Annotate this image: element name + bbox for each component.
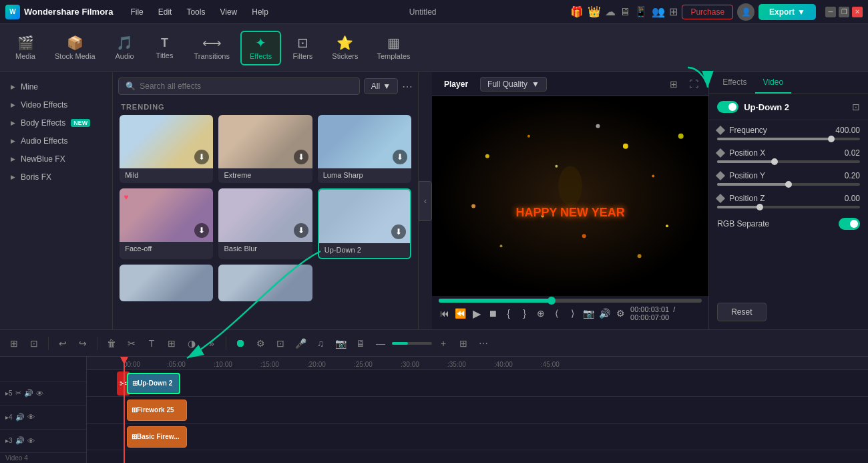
effect-card-partial1[interactable] [120,265,213,301]
tl-more2-icon[interactable]: ⋯ [475,335,492,352]
track3-audio-icon[interactable]: 🔊 [15,436,25,445]
position-y-keyframe-icon[interactable] [716,171,725,180]
tl-plus-icon[interactable]: + [435,335,452,352]
toolbar-media[interactable]: 🎬 Media [7,32,44,64]
track5-audio-icon[interactable]: 🔊 [24,389,33,398]
tl-undo-icon[interactable]: ↩ [54,335,71,352]
settings-icon[interactable]: ⚙ [614,306,626,321]
rgb-toggle[interactable] [839,218,860,230]
tl-text-icon[interactable]: T [143,335,160,352]
tl-screen-icon[interactable]: 🖥 [352,335,369,352]
effect-card-extreme[interactable]: ⬇ Extreme [218,115,312,183]
effect-card-partial2[interactable] [218,265,312,301]
toolbar-stock-media[interactable]: 📦 Stock Media [47,32,103,64]
position-z-keyframe-icon[interactable] [716,194,725,203]
effect-card-mild[interactable]: ⬇ Mild [120,115,213,183]
tl-color-icon[interactable]: ◑ [183,335,200,352]
nav-body-effects[interactable]: ▶ Body Effects NEW [3,114,110,132]
nav-boris-fx[interactable]: ▶ Boris FX [3,168,110,186]
search-box[interactable]: 🔍 [118,78,360,95]
effect-card-faceoff[interactable]: ♥ ⬇ Face-off [120,188,213,259]
snapshot-icon[interactable]: 📷 [582,306,594,321]
tl-settings2-icon[interactable]: ⚙ [252,335,269,352]
next-mark-icon[interactable]: ⟩ [566,306,578,321]
menu-file[interactable]: File [124,5,150,19]
toolbar-templates[interactable]: ▦ Templates [369,32,418,64]
track5-eye-icon[interactable]: 👁 [36,390,43,398]
grid-view-icon[interactable]: ⊞ [666,76,682,92]
maximize-button[interactable]: ❐ [839,7,849,17]
position-x-keyframe-icon[interactable] [716,148,725,158]
menu-tools[interactable]: Tools [180,5,212,19]
export-button[interactable]: Export ▼ [758,4,816,20]
toolbar-transitions[interactable]: ⟷ Transitions [186,32,238,64]
reset-button[interactable]: Reset [717,303,766,321]
tl-camera-icon[interactable]: 📷 [332,335,349,352]
frequency-slider[interactable] [717,138,860,140]
menu-view[interactable]: View [213,5,244,19]
frame-back-icon[interactable]: ⏪ [455,306,467,321]
nav-video-effects[interactable]: ▶ Video Effects [3,96,110,114]
position-x-thumb[interactable] [771,158,778,165]
skip-back-icon[interactable]: ⏮ [439,306,451,321]
effect-card-updown2[interactable]: ⬇ Up-Down 2 [318,188,411,259]
tl-record-icon[interactable]: ⏺ [232,335,249,352]
nav-audio-effects[interactable]: ▶ Audio Effects [3,132,110,150]
tl-cut-icon[interactable]: ✂ [123,335,140,352]
position-y-slider[interactable] [717,183,860,186]
stop-icon[interactable]: ⏹ [487,306,499,321]
toolbar-effects[interactable]: ✦ Effects [240,31,281,65]
toolbar-filters[interactable]: ⊡ Filters [284,32,321,64]
fullscreen-icon[interactable]: ⛶ [686,76,702,92]
tl-layout-icon[interactable]: ⊞ [455,335,472,352]
tab-effects[interactable]: Effects [714,72,754,94]
effect-card-luma-sharp[interactable]: ⬇ Luma Sharp [318,115,411,183]
position-x-slider[interactable] [717,160,860,163]
track4-eye-icon[interactable]: 👁 [27,413,35,421]
collapse-button[interactable]: ‹ [419,181,432,221]
volume-icon[interactable]: 🔊 [598,306,610,321]
menu-help[interactable]: Help [245,5,275,19]
mark-in-icon[interactable]: { [503,306,515,321]
toolbar-titles[interactable]: T Titles [146,33,184,63]
toolbar-stickers[interactable]: ⭐ Stickers [324,32,366,64]
clip-updown2[interactable]: ⊞ Up-Down 2 [127,373,180,394]
tl-scene-detect-icon[interactable]: ⊞ [5,335,23,352]
tl-more-icon[interactable]: » [203,335,220,352]
menu-edit[interactable]: Edit [152,5,179,19]
position-y-thumb[interactable] [785,181,792,188]
add-mark-icon[interactable]: ⊕ [535,306,547,321]
toolbar-audio[interactable]: 🎵 Audio [106,32,144,64]
tl-audio-icon[interactable]: ♫ [312,335,329,352]
progress-bar[interactable] [439,299,702,303]
track5-cut-icon[interactable]: ✂ [15,389,21,398]
tl-mask-icon[interactable]: ⊡ [272,335,289,352]
search-input[interactable] [140,82,353,91]
frequency-thumb[interactable] [828,136,835,142]
minimize-button[interactable]: ─ [825,7,836,17]
zoom-slider[interactable] [392,342,432,345]
playhead[interactable] [124,357,125,463]
tab-video[interactable]: Video [755,72,791,94]
tl-redo-icon[interactable]: ↪ [74,335,91,352]
play-icon[interactable]: ▶ [471,306,483,321]
progress-thumb[interactable] [548,297,556,305]
clip-basic-firework[interactable]: ⊞ Basic Firew... [127,426,187,448]
track3-eye-icon[interactable]: 👁 [27,437,35,445]
frequency-keyframe-icon[interactable] [716,126,725,135]
tl-crop-icon[interactable]: ⊞ [163,335,180,352]
track4-audio-icon[interactable]: 🔊 [15,413,25,422]
player-tab[interactable]: Player [439,77,473,92]
effect-card-basic-blur[interactable]: ⬇ Basic Blur [218,188,312,259]
nav-newblue-fx[interactable]: ▶ NewBlue FX [3,150,110,168]
nav-mine[interactable]: ▶ Mine [3,78,110,96]
position-z-thumb[interactable] [756,204,763,210]
filter-dropdown[interactable]: All ▼ [364,78,398,94]
close-button[interactable]: ✕ [852,7,863,17]
position-z-slider[interactable] [717,206,860,208]
prev-mark-icon[interactable]: ⟨ [550,306,562,321]
mark-out-icon[interactable]: } [519,306,531,321]
effect-copy-icon[interactable]: ⊡ [852,102,860,112]
clip-firework25[interactable]: ⊞ Firework 25 [127,400,187,421]
tl-ripple-icon[interactable]: ⊡ [25,335,43,352]
